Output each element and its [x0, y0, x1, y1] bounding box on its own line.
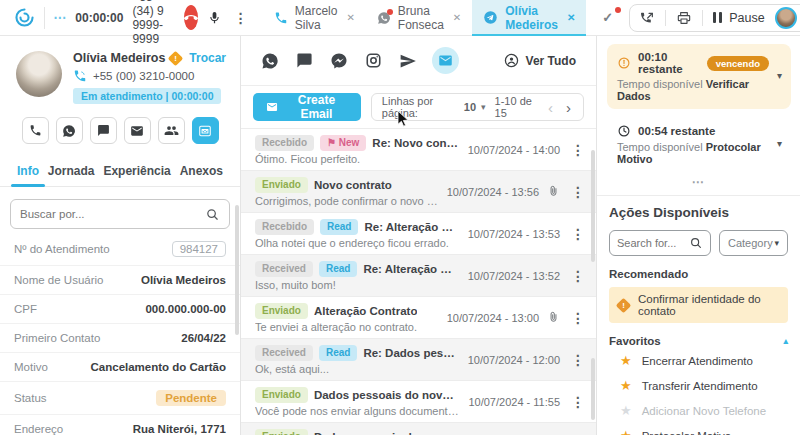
recommended-action-item[interactable]: ! Confirmar identidade do contato [609, 287, 788, 323]
email-channel-button[interactable] [124, 117, 151, 144]
email-menu-kebab-icon[interactable]: ⋮ [568, 268, 588, 284]
next-page-button[interactable]: › [564, 99, 573, 116]
email-row[interactable]: Recebido Read Re: Alteração Contrato Olh… [241, 212, 596, 254]
prev-page-button[interactable]: ‹ [546, 99, 555, 116]
chevron-down-icon[interactable]: ▾ [777, 138, 782, 149]
close-icon[interactable]: ✕ [346, 12, 354, 23]
tab-bruna-fonseca[interactable]: Bruna Fonseca ✕ [366, 0, 472, 36]
contact-avatar [16, 51, 62, 97]
star-icon[interactable]: ★ [620, 354, 632, 367]
contact-tabs: Info Jornada Experiência Anexos [0, 159, 240, 187]
actions-search [609, 230, 711, 256]
email-row[interactable]: Enviado Dados pessoais do novo contrato … [241, 380, 596, 422]
tab-jornada[interactable]: Jornada [47, 159, 96, 186]
tab-olivia-medeiros[interactable]: Olívia Medeiros ✕ [472, 0, 586, 36]
create-email-label: Create Email [285, 93, 348, 121]
field-value: 984127 [172, 241, 226, 257]
chat-icon[interactable] [296, 52, 313, 69]
email-menu-kebab-icon[interactable]: ⋮ [568, 310, 588, 326]
field-value: 26/04/22 [181, 332, 226, 344]
action-item-adicionar-novo-telefone[interactable]: ★ Adicionar Novo Telefone [609, 399, 788, 422]
inbox-scrollbar[interactable] [591, 150, 595, 262]
star-icon[interactable]: ★ [620, 379, 632, 392]
email-date: 10/07/2024 - 11:55 [468, 396, 560, 408]
contact-name: Olívia Medeiros [73, 51, 165, 65]
phone-channel-button[interactable] [22, 117, 49, 144]
star-icon[interactable]: ★ [620, 404, 632, 417]
pause-button[interactable]: Pause [713, 11, 764, 25]
email-icon-active[interactable] [432, 47, 459, 74]
direction-badge: Recebido [255, 219, 314, 235]
star-icon[interactable]: ★ [620, 429, 632, 435]
tab-anexos[interactable]: Anexos [179, 159, 224, 186]
action-item-transferir-atendimento[interactable]: ★ Transferir Atendimento [609, 374, 788, 397]
call-menu-kebab-icon[interactable]: ⋮ [231, 10, 251, 26]
chevron-down-icon: ▾ [774, 238, 779, 248]
more-dots-icon[interactable]: ⋯ [597, 175, 800, 189]
email-subject: Dados pessoais do novo contrato [314, 431, 461, 435]
left-panel-scrollbar[interactable] [235, 205, 239, 335]
email-row[interactable]: Enviado Novo contrato Corrigimos, pode c… [241, 170, 596, 212]
email-list: Recebido ⚑ New Re: Novo contrato Ótimo. … [241, 128, 596, 435]
mic-icon[interactable] [207, 10, 222, 25]
email-preview: Ótimo. Ficou perfeito. [255, 153, 460, 165]
call-timer: 00:00:00 [75, 11, 123, 25]
email-row[interactable]: Recebido ⚑ New Re: Novo contrato Ótimo. … [241, 128, 596, 170]
whatsapp-icon[interactable] [261, 52, 279, 70]
actions-search-input[interactable] [617, 237, 689, 249]
email-menu-kebab-icon[interactable]: ⋮ [568, 352, 588, 368]
close-icon[interactable]: ✕ [567, 12, 575, 23]
change-contact-link[interactable]: Trocar [189, 51, 226, 65]
field-row: Status Pendente [0, 382, 240, 415]
rows-per-page-select[interactable]: 10 ▾ [464, 101, 486, 113]
category-select[interactable]: Category ▾ [719, 230, 788, 256]
email-browser-channel-button-active[interactable] [192, 117, 219, 144]
field-row: Nome de Usuário Olívia Medeiros [0, 266, 240, 295]
create-email-button[interactable]: Create Email [253, 93, 361, 121]
hangup-button[interactable] [184, 5, 198, 30]
phone-in-talk-icon [73, 69, 87, 83]
email-row[interactable]: Received Read Re: Alteração Contrato Iss… [241, 254, 596, 296]
direction-badge: Enviado [255, 303, 308, 319]
email-menu-kebab-icon[interactable]: ⋮ [568, 226, 588, 242]
email-subject: Re: Alteração Contrato [364, 221, 459, 233]
email-row[interactable]: Received Read Re: Dados pessoais do novo… [241, 338, 596, 380]
action-item-protocolar-motivo[interactable]: ★ Protocolar Motivo [609, 424, 788, 435]
tab-experiencia[interactable]: Experiência [102, 159, 171, 186]
topbar: ⋯ 00:00:00 +55 (34) 9 9999-9999 ⋮ Marcel… [0, 0, 800, 36]
email-menu-kebab-icon[interactable]: ⋮ [568, 184, 588, 200]
pause-icon [713, 12, 722, 23]
contact-channel-buttons [0, 117, 240, 144]
tasks-check-icon[interactable]: ✓ [602, 10, 613, 25]
view-all-button[interactable]: Ver Tudo [503, 52, 576, 69]
action-item-encerrar-atendimento[interactable]: ★ Encerrar Atendimento [609, 349, 788, 372]
email-menu-kebab-icon[interactable]: ⋮ [568, 394, 588, 410]
instagram-icon[interactable] [365, 52, 382, 69]
favorites-section-header[interactable]: Favoritos ▴ [609, 335, 788, 347]
agent-avatar[interactable] [775, 7, 797, 29]
app-logo-icon[interactable] [14, 7, 35, 28]
whatsapp-channel-button[interactable] [56, 117, 83, 144]
tab-info[interactable]: Info [16, 159, 40, 186]
call-more-icon[interactable]: ⋯ [53, 10, 66, 25]
contacts-channel-button[interactable] [158, 117, 185, 144]
close-icon[interactable]: ✕ [453, 12, 461, 23]
chevron-down-icon[interactable]: ▾ [777, 70, 782, 81]
telegram-icon[interactable] [399, 52, 417, 70]
contact-search-input[interactable] [20, 208, 205, 220]
messenger-icon[interactable] [330, 52, 348, 70]
field-label: Motivo [14, 361, 48, 373]
tab-marcelo-silva[interactable]: Marcelo Silva ✕ [263, 0, 366, 36]
email-subject: Alteração Contrato [314, 305, 418, 317]
email-menu-kebab-icon[interactable]: ⋮ [568, 142, 588, 158]
email-row[interactable]: Enviado Dados pessoais do novo contrato … [241, 422, 596, 435]
field-value: Olívia Medeiros [141, 274, 226, 286]
email-row[interactable]: Enviado Alteração Contrato Te enviei a a… [241, 296, 596, 338]
printer-icon[interactable] [676, 10, 692, 26]
transfer-call-icon[interactable] [639, 10, 655, 26]
inbox-scrollbar[interactable] [591, 358, 595, 420]
contact-search [10, 199, 230, 229]
chat-channel-button[interactable] [90, 117, 117, 144]
email-subject: Dados pessoais do novo contrato [314, 389, 461, 401]
chevron-up-icon[interactable]: ▴ [783, 336, 788, 346]
